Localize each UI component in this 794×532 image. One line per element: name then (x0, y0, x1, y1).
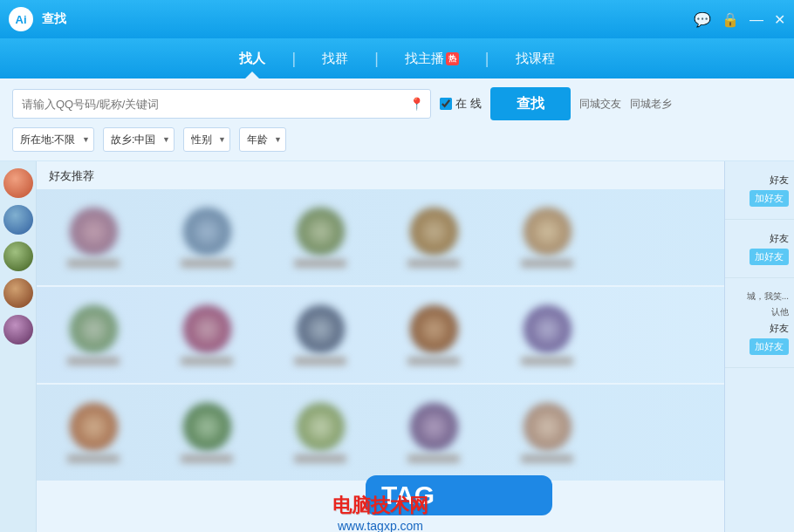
search-row: 📍 在 线 查找 同城交友 同城老乡 (12, 87, 782, 120)
window-title: 查找 (42, 11, 66, 27)
friend-name-10 (521, 357, 573, 365)
hometown-filter[interactable]: 故乡:中国 (103, 127, 175, 152)
friend-name-5 (521, 259, 573, 268)
tab-find-broadcast[interactable]: 找主播 热 (379, 38, 485, 78)
avatar-7 (183, 305, 231, 353)
location-filter-wrap: 所在地:不限 (12, 127, 94, 152)
right-item-2: 好友 加好友 (725, 220, 794, 278)
avatar-12 (183, 403, 231, 451)
friend-row-1 (37, 189, 724, 285)
friend-name-6 (67, 357, 120, 365)
section-title: 好友推荐 (37, 161, 724, 189)
avatar-9 (410, 305, 458, 353)
friend-name-4 (407, 259, 460, 268)
friend-card-11[interactable] (37, 385, 150, 481)
friend-row-3 (37, 385, 724, 481)
logo-icon: Ai (9, 7, 33, 31)
avatar-13 (297, 403, 345, 451)
avatar-14 (410, 403, 458, 451)
avatar-4 (410, 208, 458, 256)
friend-card-5[interactable] (490, 189, 604, 285)
watermark-url: www.tagxp.com (338, 519, 423, 532)
friend-card-10[interactable] (490, 287, 604, 383)
avatar-15 (524, 403, 572, 451)
tab-find-people[interactable]: 找人 (213, 38, 291, 78)
friend-card-14[interactable] (377, 385, 490, 481)
tab-find-group[interactable]: 找群 (296, 38, 374, 78)
online-checkbox[interactable] (440, 98, 452, 110)
gender-filter[interactable]: 性别 (183, 127, 230, 152)
main-content: 好友推荐 (0, 161, 794, 532)
friend-card-3[interactable] (264, 189, 377, 285)
friend-card-2[interactable] (150, 189, 264, 285)
nearby-hometown-link[interactable]: 同城老乡 (630, 97, 672, 112)
search-input-wrap: 📍 (12, 89, 431, 119)
friend-card-12[interactable] (150, 385, 264, 481)
sidebar-avatar-2 (3, 205, 33, 235)
friend-name-7 (181, 357, 233, 365)
friend-name-15 (521, 454, 573, 463)
minimize-button[interactable]: — (750, 11, 763, 27)
friend-card-9[interactable] (377, 287, 490, 383)
avatar-10 (524, 305, 572, 353)
filter-row: 所在地:不限 故乡:中国 性别 年龄 (12, 127, 782, 152)
friend-card-7[interactable] (150, 287, 264, 383)
watermark-title: 电脑技术网 (332, 493, 428, 519)
age-filter-wrap: 年龄 (239, 127, 286, 152)
row-spacer-1 (604, 189, 724, 285)
friend-name-12 (181, 454, 233, 463)
location-filter[interactable]: 所在地:不限 (12, 127, 94, 152)
friend-card-8[interactable] (264, 287, 377, 383)
friend-row-2 (37, 287, 724, 383)
title-bar: Ai 查找 💬 🔒 — ✕ (0, 0, 794, 38)
friend-card-6[interactable] (37, 287, 150, 383)
search-input[interactable] (12, 89, 431, 119)
nearby-friends-link[interactable]: 同城交友 (579, 97, 621, 112)
app-logo: Ai 查找 (9, 7, 66, 31)
online-filter[interactable]: 在 线 (440, 96, 482, 112)
friend-name-9 (407, 357, 460, 365)
avatar-6 (70, 305, 118, 353)
lock-icon[interactable]: 🔒 (722, 11, 739, 28)
friend-name-11 (67, 454, 120, 463)
friend-name-3 (294, 259, 346, 268)
avatar-1 (70, 208, 118, 256)
watermark-overlay: 电脑技术网 www.tagxp.com (332, 493, 428, 532)
tab-find-course[interactable]: 找课程 (489, 38, 581, 78)
friend-name-8 (294, 357, 346, 365)
friend-card-15[interactable] (490, 385, 604, 481)
row-spacer-3 (604, 385, 724, 481)
friend-card-13[interactable] (264, 385, 377, 481)
right-side-text2: 认他 (771, 306, 789, 318)
add-friend-btn-3[interactable]: 加好友 (750, 338, 789, 355)
search-button[interactable]: 查找 (490, 87, 571, 120)
content-area: 好友推荐 (37, 161, 724, 532)
row-spacer-2 (604, 287, 724, 383)
window-controls: 💬 🔒 — ✕ (694, 11, 785, 28)
friend-name-14 (407, 454, 460, 463)
nav-bar: 找人 | 找群 | 找主播 热 | 找课程 (0, 38, 794, 78)
location-icon: 📍 (409, 97, 424, 111)
right-label-3: 好友 (770, 322, 789, 335)
right-label-2: 好友 (770, 232, 789, 245)
friends-grid (37, 189, 724, 482)
gender-filter-wrap: 性别 (183, 127, 230, 152)
right-label-1: 好友 (770, 174, 789, 187)
search-links: 同城交友 同城老乡 (579, 97, 672, 112)
right-item-1: 好友 加好友 (725, 161, 794, 220)
add-friend-btn-1[interactable]: 加好友 (750, 190, 789, 207)
left-avatars-sidebar (0, 161, 37, 532)
age-filter[interactable]: 年龄 (239, 127, 286, 152)
friend-card-1[interactable] (37, 189, 150, 285)
right-side-text: 城，我笑... (747, 290, 789, 303)
sidebar-avatar-1 (3, 168, 33, 198)
avatar-2 (183, 208, 231, 256)
message-icon[interactable]: 💬 (694, 11, 711, 28)
avatar-8 (297, 305, 345, 353)
avatar-3 (297, 208, 345, 256)
friend-card-4[interactable] (377, 189, 490, 285)
right-panel: 好友 加好友 好友 加好友 城，我笑... 认他 好友 加好友 (724, 161, 794, 532)
search-area: 📍 在 线 查找 同城交友 同城老乡 所在地:不限 故乡:中国 性别 (0, 78, 794, 161)
add-friend-btn-2[interactable]: 加好友 (750, 249, 789, 265)
close-button[interactable]: ✕ (774, 11, 785, 28)
